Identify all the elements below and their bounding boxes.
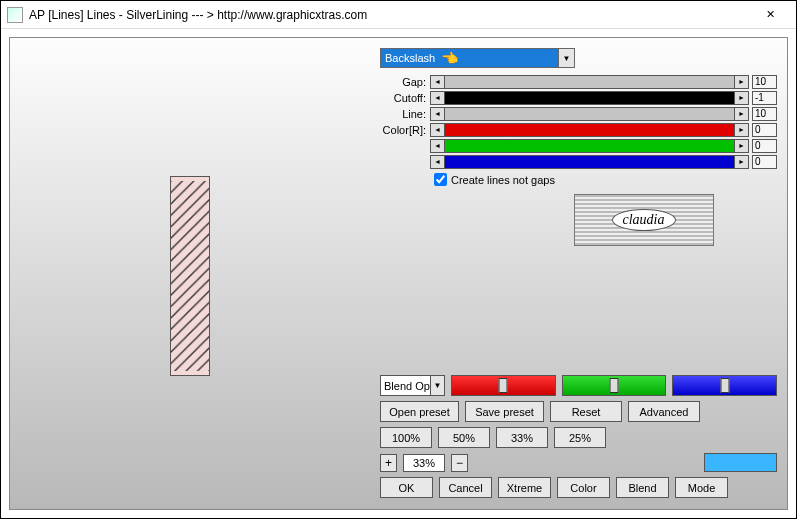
advanced-button[interactable]: Advanced — [628, 401, 700, 422]
dropdown-value: Backslash — [385, 52, 435, 64]
param-line: Line: ◄ ► 10 — [380, 106, 777, 121]
gap-slider[interactable]: ◄ ► — [430, 75, 749, 89]
svg-rect-1 — [171, 181, 209, 371]
slider-thumb[interactable] — [499, 378, 508, 393]
titlebar[interactable]: AP [Lines] Lines - SilverLining --- > ht… — [1, 1, 796, 29]
arrow-left-icon[interactable]: ◄ — [431, 156, 445, 168]
xtreme-button[interactable]: Xtreme — [498, 477, 551, 498]
create-lines-checkbox[interactable] — [434, 173, 447, 186]
zoom-100-button[interactable]: 100% — [380, 427, 432, 448]
close-icon: ✕ — [766, 8, 775, 21]
checkbox-label: Create lines not gaps — [451, 174, 555, 186]
colorr-slider[interactable]: ◄ ► — [430, 123, 749, 137]
plugin-window: AP [Lines] Lines - SilverLining --- > ht… — [0, 0, 797, 519]
color-swatch[interactable] — [704, 453, 777, 472]
preview-pattern — [171, 177, 209, 375]
arrow-left-icon[interactable]: ◄ — [431, 76, 445, 88]
line-slider[interactable]: ◄ ► — [430, 107, 749, 121]
arrow-left-icon[interactable]: ◄ — [431, 108, 445, 120]
blend-row: Blend Options ▼ — [380, 375, 777, 396]
green-slider[interactable] — [562, 375, 667, 396]
param-cutoff: Cutoff: ◄ ► -1 — [380, 90, 777, 105]
create-lines-checkbox-row: Create lines not gaps — [434, 173, 777, 186]
param-color-r: Color[R]: ◄ ► 0 — [380, 122, 777, 137]
param-color-g: ◄ ► 0 — [380, 138, 777, 153]
cutoff-value[interactable]: -1 — [752, 91, 777, 105]
arrow-right-icon[interactable]: ► — [734, 156, 748, 168]
param-color-b: ◄ ► 0 — [380, 154, 777, 169]
cutoff-slider[interactable]: ◄ ► — [430, 91, 749, 105]
pointing-hand-icon: 👈 — [441, 50, 458, 66]
colorb-value[interactable]: 0 — [752, 155, 777, 169]
cancel-button[interactable]: Cancel — [439, 477, 492, 498]
arrow-left-icon[interactable]: ◄ — [431, 140, 445, 152]
red-slider[interactable] — [451, 375, 556, 396]
window-title: AP [Lines] Lines - SilverLining --- > ht… — [29, 8, 750, 22]
arrow-right-icon[interactable]: ► — [734, 124, 748, 136]
colorb-slider[interactable]: ◄ ► — [430, 155, 749, 169]
colorg-value[interactable]: 0 — [752, 139, 777, 153]
slider-thumb[interactable] — [720, 378, 729, 393]
blend-button[interactable]: Blend — [616, 477, 669, 498]
arrow-right-icon[interactable]: ► — [734, 76, 748, 88]
save-preset-button[interactable]: Save preset — [465, 401, 544, 422]
chevron-down-icon: ▼ — [558, 49, 574, 67]
arrow-right-icon[interactable]: ► — [734, 108, 748, 120]
color-button[interactable]: Color — [557, 477, 610, 498]
arrow-right-icon[interactable]: ► — [734, 92, 748, 104]
blue-slider[interactable] — [672, 375, 777, 396]
arrow-right-icon[interactable]: ► — [734, 140, 748, 152]
preset-row: Open preset Save preset Reset Advanced — [380, 401, 777, 422]
controls-panel: Backslash 👈 ▼ Gap: ◄ ► 10 Cutoff: — [380, 48, 777, 246]
zoom-value[interactable]: 33% — [403, 454, 445, 472]
line-type-dropdown[interactable]: Backslash 👈 ▼ — [380, 48, 575, 68]
arrow-left-icon[interactable]: ◄ — [431, 124, 445, 136]
zoom-in-button[interactable]: + — [380, 454, 397, 472]
slider-thumb[interactable] — [610, 378, 619, 393]
zoom-33-button[interactable]: 33% — [496, 427, 548, 448]
arrow-left-icon[interactable]: ◄ — [431, 92, 445, 104]
open-preset-button[interactable]: Open preset — [380, 401, 459, 422]
action-row: OK Cancel Xtreme Color Blend Mode — [380, 477, 777, 498]
param-list: Gap: ◄ ► 10 Cutoff: ◄ ► -1 — [380, 74, 777, 169]
chevron-down-icon: ▼ — [430, 376, 444, 395]
brand-logo: claudia — [574, 194, 714, 246]
zoom-out-button[interactable]: − — [451, 454, 468, 472]
colorr-value[interactable]: 0 — [752, 123, 777, 137]
bottom-panel: Blend Options ▼ Open preset Save preset … — [380, 375, 777, 503]
zoom-row: + 33% − — [380, 453, 777, 472]
colorg-slider[interactable]: ◄ ► — [430, 139, 749, 153]
ok-button[interactable]: OK — [380, 477, 433, 498]
gap-value[interactable]: 10 — [752, 75, 777, 89]
line-value[interactable]: 10 — [752, 107, 777, 121]
preview-pane — [170, 176, 210, 376]
zoom-25-button[interactable]: 25% — [554, 427, 606, 448]
zoom-preset-row: 100% 50% 33% 25% — [380, 427, 777, 448]
app-icon — [7, 7, 23, 23]
zoom-50-button[interactable]: 50% — [438, 427, 490, 448]
param-gap: Gap: ◄ ► 10 — [380, 74, 777, 89]
mode-button[interactable]: Mode — [675, 477, 728, 498]
blend-options-dropdown[interactable]: Blend Options ▼ — [380, 375, 445, 396]
client-area: Backslash 👈 ▼ Gap: ◄ ► 10 Cutoff: — [9, 37, 788, 510]
close-button[interactable]: ✕ — [750, 3, 790, 27]
reset-button[interactable]: Reset — [550, 401, 622, 422]
